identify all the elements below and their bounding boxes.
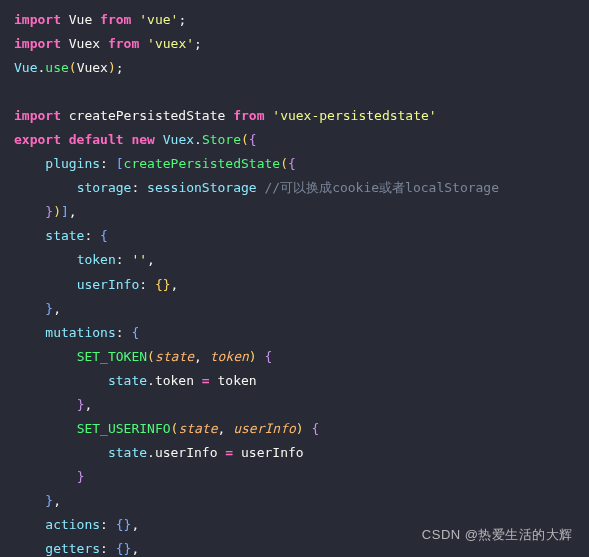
brace: }	[77, 469, 85, 484]
paren: (	[241, 132, 249, 147]
key-userinfo: userInfo	[77, 277, 140, 292]
fn-store: Store	[202, 132, 241, 147]
rhs-userinfo: userInfo	[241, 445, 304, 460]
kw-export: export	[14, 132, 61, 147]
key-actions: actions	[45, 517, 100, 532]
brace: {	[155, 277, 163, 292]
colon: :	[116, 252, 124, 267]
param-state: state	[155, 349, 194, 364]
bracket: [	[116, 156, 124, 171]
dot: .	[147, 445, 155, 460]
semi: ;	[178, 12, 186, 27]
kw-from: from	[108, 36, 139, 51]
paren: )	[108, 60, 116, 75]
comma: ,	[131, 541, 139, 556]
ident-vuex: Vuex	[69, 36, 100, 51]
key-plugins: plugins	[45, 156, 100, 171]
colon: :	[116, 325, 124, 340]
key-mutations: mutations	[45, 325, 115, 340]
brace: }	[163, 277, 171, 292]
comma: ,	[147, 252, 155, 267]
paren: (	[147, 349, 155, 364]
ident-state: state	[108, 373, 147, 388]
op-eq: =	[225, 445, 233, 460]
kw-import: import	[14, 12, 61, 27]
colon: :	[131, 180, 139, 195]
rhs-token: token	[218, 373, 257, 388]
colon: :	[84, 228, 92, 243]
ident-vuex: Vuex	[77, 60, 108, 75]
comma: ,	[131, 517, 139, 532]
param-userinfo: userInfo	[233, 421, 296, 436]
paren: (	[69, 60, 77, 75]
kw-from: from	[100, 12, 131, 27]
semi: ;	[116, 60, 124, 75]
paren: )	[53, 204, 61, 219]
kw-new: new	[131, 132, 154, 147]
ident-cps: createPersistedState	[69, 108, 226, 123]
param-state: state	[178, 421, 217, 436]
brace: {	[116, 541, 124, 556]
fn-cps: createPersistedState	[124, 156, 281, 171]
colon: :	[100, 517, 108, 532]
comma: ,	[69, 204, 77, 219]
brace: {	[265, 349, 273, 364]
param-token: token	[210, 349, 249, 364]
key-storage: storage	[77, 180, 132, 195]
brace: {	[311, 421, 319, 436]
comma: ,	[53, 493, 61, 508]
ident-vue: Vue	[14, 60, 37, 75]
str-vpx: 'vuex-persistedstate'	[272, 108, 436, 123]
comma: ,	[194, 349, 202, 364]
bracket: ]	[61, 204, 69, 219]
semi: ;	[194, 36, 202, 51]
watermark: CSDN @热爱生活的大辉	[422, 523, 573, 547]
fn-setuserinfo: SET_USERINFO	[77, 421, 171, 436]
paren: (	[280, 156, 288, 171]
colon: :	[100, 541, 108, 556]
kw-import: import	[14, 36, 61, 51]
op-eq: =	[202, 373, 210, 388]
colon: :	[139, 277, 147, 292]
kw-from: from	[233, 108, 264, 123]
brace: {	[116, 517, 124, 532]
comma: ,	[53, 301, 61, 316]
comma: ,	[218, 421, 226, 436]
kw-default: default	[69, 132, 124, 147]
brace: }	[45, 301, 53, 316]
code-block: import Vue from 'vue'; import Vuex from …	[14, 8, 575, 557]
brace: {	[131, 325, 139, 340]
comma: ,	[84, 397, 92, 412]
str-vuex: 'vuex'	[147, 36, 194, 51]
ident-sessionstorage: sessionStorage	[147, 180, 257, 195]
dot: .	[147, 373, 155, 388]
key-token: token	[77, 252, 116, 267]
key-state: state	[45, 228, 84, 243]
ident-vue: Vue	[69, 12, 92, 27]
prop-token: token	[155, 373, 194, 388]
brace: {	[249, 132, 257, 147]
brace: {	[100, 228, 108, 243]
comma: ,	[171, 277, 179, 292]
dot: .	[194, 132, 202, 147]
str-empty: ''	[131, 252, 147, 267]
fn-settoken: SET_TOKEN	[77, 349, 147, 364]
paren: )	[296, 421, 304, 436]
comment: //可以换成cookie或者localStorage	[264, 180, 499, 195]
str-vue: 'vue'	[139, 12, 178, 27]
paren: )	[249, 349, 257, 364]
brace: }	[45, 204, 53, 219]
fn-use: use	[45, 60, 68, 75]
ident-vuex: Vuex	[163, 132, 194, 147]
brace: }	[45, 493, 53, 508]
kw-import: import	[14, 108, 61, 123]
key-getters: getters	[45, 541, 100, 556]
brace: {	[288, 156, 296, 171]
ident-state: state	[108, 445, 147, 460]
colon: :	[100, 156, 108, 171]
prop-userinfo: userInfo	[155, 445, 218, 460]
